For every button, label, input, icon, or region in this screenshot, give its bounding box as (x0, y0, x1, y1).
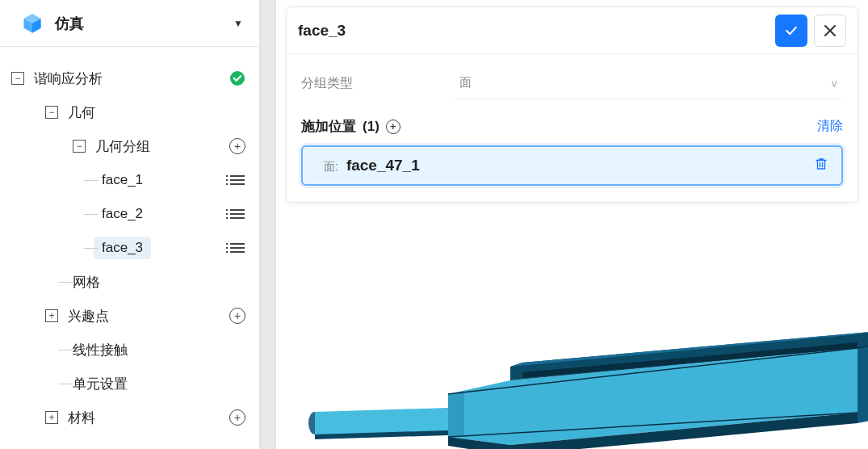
properties-panel: face_3 分组类型 面 ∨ 施加位置 ( (286, 6, 858, 203)
location-prefix: 面: (324, 160, 338, 174)
tree-label: face_1 (102, 172, 227, 188)
main: face_3 分组类型 面 ∨ 施加位置 ( (276, 0, 868, 449)
3d-viewport[interactable] (276, 203, 868, 449)
tree-label: face_3 (102, 240, 143, 256)
tree-root[interactable]: 谐响应分析 (11, 61, 248, 95)
chevron-down-icon: ∨ (830, 77, 838, 90)
list-icon[interactable] (230, 209, 245, 219)
tree-item-material[interactable]: 材料 (11, 401, 248, 434)
trash-icon[interactable] (814, 157, 828, 174)
tree-label: 兴趣点 (68, 307, 227, 325)
tree-item-face2[interactable]: face_2 (11, 197, 248, 231)
status-ok-icon (230, 71, 245, 86)
tree-label: 谐响应分析 (34, 69, 227, 88)
tree-label: 网格 (73, 273, 227, 292)
tree-item-element-settings[interactable]: 单元设置 (11, 367, 248, 401)
divider (260, 0, 276, 449)
model-tuning-fork (292, 255, 868, 449)
tree-label: 材料 (68, 409, 227, 427)
collapse-icon[interactable] (11, 72, 24, 85)
tree-label: 几何 (68, 103, 227, 122)
tree-item-mesh[interactable]: 网格 (11, 265, 248, 299)
panel-header: face_3 (287, 7, 858, 54)
sidebar: 仿真 ▼ 谐响应分析 几何 几何分组 face_1 face_2 (0, 0, 260, 449)
location-item[interactable]: 面: face_47_1 (301, 145, 843, 186)
add-location-icon[interactable] (386, 120, 400, 134)
list-icon[interactable] (230, 175, 245, 185)
clear-link[interactable]: 清除 (817, 118, 843, 135)
tree-item-poi[interactable]: 兴趣点 (11, 299, 248, 333)
expand-icon[interactable] (45, 411, 58, 424)
tree-item-geometry[interactable]: 几何 (11, 95, 248, 129)
tree-label: 线性接触 (73, 341, 227, 359)
tree-item-face3[interactable]: face_3 (11, 231, 248, 265)
sidebar-title: 仿真 (55, 14, 84, 33)
tree-item-face1[interactable]: face_1 (11, 163, 248, 197)
group-type-label: 分组类型 (301, 75, 455, 92)
tree-label: face_2 (102, 206, 227, 222)
check-icon (783, 23, 799, 39)
expand-icon[interactable] (45, 309, 58, 322)
tree-item-contact[interactable]: 线性接触 (11, 333, 248, 367)
close-button[interactable] (814, 15, 846, 47)
close-icon (824, 24, 837, 37)
add-icon[interactable] (229, 409, 245, 426)
list-icon[interactable] (230, 243, 245, 253)
group-type-field: 分组类型 面 ∨ (301, 67, 843, 99)
tree-label: 几何分组 (95, 137, 227, 156)
tree-label: 单元设置 (73, 375, 227, 393)
add-icon[interactable] (229, 308, 245, 324)
add-icon[interactable] (229, 138, 245, 154)
collapse-icon[interactable] (45, 106, 58, 119)
location-title: 施加位置 (1) (301, 117, 400, 136)
tree: 谐响应分析 几何 几何分组 face_1 face_2 face_3 (0, 47, 259, 449)
app-logo-icon (21, 12, 44, 35)
collapse-icon[interactable] (73, 140, 86, 153)
sidebar-header: 仿真 ▼ (0, 0, 259, 47)
caret-down-icon[interactable]: ▼ (233, 18, 243, 29)
tree-item-geometry-group[interactable]: 几何分组 (11, 129, 248, 163)
confirm-button[interactable] (775, 15, 807, 47)
location-name: face_47_1 (346, 157, 420, 174)
group-type-select[interactable]: 面 ∨ (455, 67, 843, 99)
panel-title: face_3 (298, 22, 346, 40)
